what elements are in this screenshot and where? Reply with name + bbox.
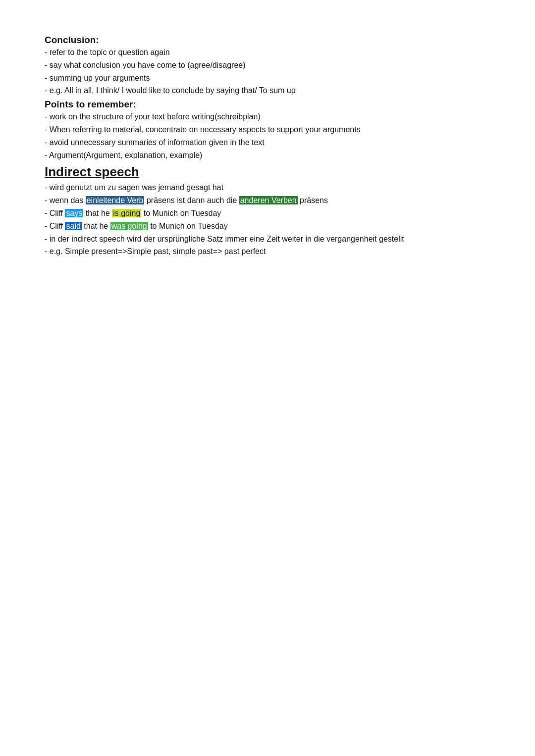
conclusion-section: Conclusion: - refer to the topic or ques…	[45, 35, 490, 97]
line2-pre: - wenn das	[45, 196, 86, 204]
einleitende-verb-highlight: einleitende Verb	[86, 196, 145, 204]
conclusion-heading: Conclusion:	[45, 35, 490, 46]
conclusion-line-2: - say what conclusion you have come to (…	[45, 59, 490, 72]
indirect-speech-line-3: - Cliff says that he is going to Munich …	[45, 207, 490, 220]
conclusion-line-1: - refer to the topic or question again	[45, 47, 490, 59]
line4-mid: that he	[82, 222, 110, 230]
indirect-speech-line-2: - wenn das einleitende Verb präsens ist …	[45, 195, 490, 207]
conclusion-line-3: - summing up your arguments	[45, 72, 490, 85]
points-section: Points to remember: - work on the struct…	[45, 99, 490, 161]
line3-post: to Munich on Tuesday	[141, 209, 221, 217]
says-highlight: says	[65, 209, 83, 217]
indirect-speech-section: Indirect speech - wird genutzt um zu sag…	[45, 164, 490, 258]
line4-post: to Munich on Tuesday	[148, 222, 228, 230]
is-going-highlight: is going	[112, 209, 141, 217]
conclusion-line-4: - e.g. All in all, I think/ I would like…	[45, 85, 490, 97]
page: Conclusion: - refer to the topic or ques…	[0, 0, 535, 300]
line3-mid: that he	[83, 209, 112, 217]
was-going-highlight: was going	[110, 222, 148, 230]
indirect-speech-line-5: - in der indirect speech wird der ursprü…	[45, 233, 490, 246]
line2-post: präsens	[298, 196, 328, 204]
points-line-1: - work on the structure of your text bef…	[45, 111, 490, 123]
anderen-verben-highlight: anderen Verben	[239, 196, 298, 204]
points-line-3: - avoid unnecessary summaries of informa…	[45, 137, 490, 149]
line4-pre: - Cliff	[45, 222, 65, 230]
indirect-speech-heading: Indirect speech	[45, 164, 490, 180]
indirect-speech-line-6: - e.g. Simple present=>Simple past, simp…	[45, 246, 490, 258]
indirect-speech-line-1: - wird genutzt um zu sagen was jemand ge…	[45, 182, 490, 194]
line3-pre: - Cliff	[45, 209, 65, 217]
points-line-2: - When referring to material, concentrat…	[45, 124, 490, 136]
line2-mid: präsens ist dann auch die	[144, 196, 239, 204]
points-line-4: - Argument(Argument, explanation, exampl…	[45, 150, 490, 162]
points-heading: Points to remember:	[45, 99, 490, 110]
said-highlight: said	[65, 222, 81, 230]
indirect-speech-line-4: - Cliff said that he was going to Munich…	[45, 220, 490, 233]
